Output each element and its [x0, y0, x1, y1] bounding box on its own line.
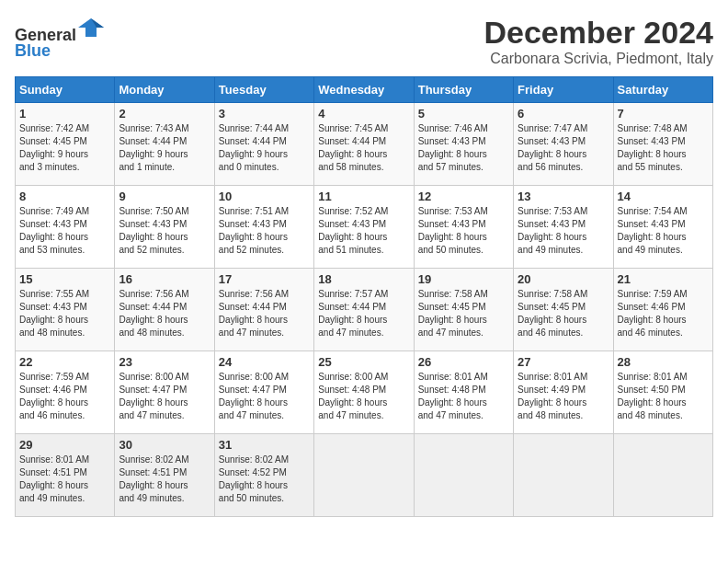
- day-number: 17: [219, 272, 310, 286]
- day-info: Sunrise: 8:01 AM Sunset: 4:49 PM Dayligh…: [518, 371, 609, 422]
- table-row: 6Sunrise: 7:47 AM Sunset: 4:43 PM Daylig…: [514, 103, 613, 186]
- day-number: 3: [219, 107, 310, 121]
- day-number: 28: [618, 355, 709, 369]
- table-row: [514, 434, 613, 517]
- title-area: December 2024 Carbonara Scrivia, Piedmon…: [483, 15, 713, 67]
- logo-bird-icon: [78, 15, 104, 40]
- day-info: Sunrise: 7:56 AM Sunset: 4:44 PM Dayligh…: [119, 288, 210, 339]
- col-monday: Monday: [115, 77, 214, 103]
- day-info: Sunrise: 7:58 AM Sunset: 4:45 PM Dayligh…: [418, 288, 509, 339]
- day-info: Sunrise: 7:46 AM Sunset: 4:43 PM Dayligh…: [418, 122, 509, 174]
- calendar-week-row: 22Sunrise: 7:59 AM Sunset: 4:46 PM Dayli…: [16, 351, 713, 434]
- day-number: 18: [318, 272, 409, 286]
- table-row: 29Sunrise: 8:01 AM Sunset: 4:51 PM Dayli…: [16, 434, 115, 517]
- day-info: Sunrise: 7:53 AM Sunset: 4:43 PM Dayligh…: [518, 205, 609, 257]
- table-row: 31Sunrise: 8:02 AM Sunset: 4:52 PM Dayli…: [214, 434, 313, 517]
- calendar-week-row: 29Sunrise: 8:01 AM Sunset: 4:51 PM Dayli…: [16, 434, 713, 517]
- day-number: 19: [418, 272, 509, 286]
- day-number: 9: [119, 190, 210, 203]
- day-number: 29: [19, 438, 110, 452]
- table-row: 17Sunrise: 7:56 AM Sunset: 4:44 PM Dayli…: [214, 269, 313, 351]
- day-info: Sunrise: 8:01 AM Sunset: 4:48 PM Dayligh…: [418, 371, 509, 422]
- day-info: Sunrise: 7:43 AM Sunset: 4:44 PM Dayligh…: [119, 122, 210, 174]
- table-row: 15Sunrise: 7:55 AM Sunset: 4:43 PM Dayli…: [16, 269, 115, 351]
- table-row: 12Sunrise: 7:53 AM Sunset: 4:43 PM Dayli…: [414, 186, 513, 269]
- col-saturday: Saturday: [613, 77, 712, 103]
- day-info: Sunrise: 8:00 AM Sunset: 4:47 PM Dayligh…: [119, 371, 210, 422]
- table-row: 21Sunrise: 7:59 AM Sunset: 4:46 PM Dayli…: [613, 269, 712, 351]
- day-number: 8: [19, 190, 110, 203]
- day-info: Sunrise: 7:56 AM Sunset: 4:44 PM Dayligh…: [219, 288, 310, 339]
- table-row: [314, 434, 414, 517]
- day-number: 21: [618, 272, 709, 286]
- table-row: 20Sunrise: 7:58 AM Sunset: 4:45 PM Dayli…: [514, 269, 613, 351]
- day-info: Sunrise: 8:02 AM Sunset: 4:51 PM Dayligh…: [119, 454, 210, 505]
- day-info: Sunrise: 7:59 AM Sunset: 4:46 PM Dayligh…: [618, 288, 709, 339]
- day-number: 10: [219, 190, 310, 203]
- table-row: 26Sunrise: 8:01 AM Sunset: 4:48 PM Dayli…: [414, 351, 513, 434]
- table-row: 7Sunrise: 7:48 AM Sunset: 4:43 PM Daylig…: [613, 103, 712, 186]
- table-row: 16Sunrise: 7:56 AM Sunset: 4:44 PM Dayli…: [115, 269, 214, 351]
- col-tuesday: Tuesday: [214, 77, 313, 103]
- table-row: 10Sunrise: 7:51 AM Sunset: 4:43 PM Dayli…: [214, 186, 313, 269]
- calendar-table: Sunday Monday Tuesday Wednesday Thursday…: [15, 76, 713, 517]
- day-info: Sunrise: 8:00 AM Sunset: 4:47 PM Dayligh…: [219, 371, 310, 422]
- table-row: 2Sunrise: 7:43 AM Sunset: 4:44 PM Daylig…: [115, 103, 214, 186]
- calendar-week-row: 15Sunrise: 7:55 AM Sunset: 4:43 PM Dayli…: [16, 269, 713, 351]
- day-info: Sunrise: 7:45 AM Sunset: 4:44 PM Dayligh…: [318, 122, 409, 174]
- day-info: Sunrise: 7:48 AM Sunset: 4:43 PM Dayligh…: [618, 122, 709, 174]
- day-info: Sunrise: 7:50 AM Sunset: 4:43 PM Dayligh…: [119, 205, 210, 257]
- table-row: 18Sunrise: 7:57 AM Sunset: 4:44 PM Dayli…: [314, 269, 414, 351]
- col-sunday: Sunday: [16, 77, 115, 103]
- page-header: General Blue December 2024 Carbonara Scr…: [15, 15, 713, 67]
- table-row: 24Sunrise: 8:00 AM Sunset: 4:47 PM Dayli…: [214, 351, 313, 434]
- table-row: 30Sunrise: 8:02 AM Sunset: 4:51 PM Dayli…: [115, 434, 214, 517]
- table-row: [414, 434, 513, 517]
- day-info: Sunrise: 7:52 AM Sunset: 4:43 PM Dayligh…: [318, 205, 409, 257]
- day-info: Sunrise: 7:44 AM Sunset: 4:44 PM Dayligh…: [219, 122, 310, 174]
- day-info: Sunrise: 7:58 AM Sunset: 4:45 PM Dayligh…: [518, 288, 609, 339]
- day-number: 4: [318, 107, 409, 121]
- day-number: 2: [119, 107, 210, 121]
- table-row: 14Sunrise: 7:54 AM Sunset: 4:43 PM Dayli…: [613, 186, 712, 269]
- day-number: 23: [119, 355, 210, 369]
- day-number: 31: [219, 438, 310, 452]
- logo: General Blue: [15, 15, 104, 61]
- table-row: 13Sunrise: 7:53 AM Sunset: 4:43 PM Dayli…: [514, 186, 613, 269]
- table-row: 4Sunrise: 7:45 AM Sunset: 4:44 PM Daylig…: [314, 103, 414, 186]
- table-row: [613, 434, 712, 517]
- day-number: 13: [518, 190, 609, 203]
- day-number: 12: [418, 190, 509, 203]
- day-info: Sunrise: 7:51 AM Sunset: 4:43 PM Dayligh…: [219, 205, 310, 257]
- day-number: 15: [19, 272, 110, 286]
- col-wednesday: Wednesday: [314, 77, 414, 103]
- day-number: 24: [219, 355, 310, 369]
- day-info: Sunrise: 7:55 AM Sunset: 4:43 PM Dayligh…: [19, 288, 110, 339]
- table-row: 11Sunrise: 7:52 AM Sunset: 4:43 PM Dayli…: [314, 186, 414, 269]
- day-info: Sunrise: 7:47 AM Sunset: 4:43 PM Dayligh…: [518, 122, 609, 174]
- day-number: 22: [19, 355, 110, 369]
- table-row: 27Sunrise: 8:01 AM Sunset: 4:49 PM Dayli…: [514, 351, 613, 434]
- day-number: 27: [518, 355, 609, 369]
- day-number: 25: [318, 355, 409, 369]
- day-number: 6: [518, 107, 609, 121]
- day-number: 1: [19, 107, 110, 121]
- day-info: Sunrise: 7:49 AM Sunset: 4:43 PM Dayligh…: [19, 205, 110, 257]
- table-row: 23Sunrise: 8:00 AM Sunset: 4:47 PM Dayli…: [115, 351, 214, 434]
- day-number: 11: [318, 190, 409, 203]
- table-row: 25Sunrise: 8:00 AM Sunset: 4:48 PM Dayli…: [314, 351, 414, 434]
- day-info: Sunrise: 8:00 AM Sunset: 4:48 PM Dayligh…: [318, 371, 409, 422]
- day-number: 20: [518, 272, 609, 286]
- table-row: 22Sunrise: 7:59 AM Sunset: 4:46 PM Dayli…: [16, 351, 115, 434]
- day-info: Sunrise: 8:01 AM Sunset: 4:50 PM Dayligh…: [618, 371, 709, 422]
- day-number: 7: [618, 107, 709, 121]
- day-number: 14: [618, 190, 709, 203]
- col-thursday: Thursday: [414, 77, 513, 103]
- table-row: 28Sunrise: 8:01 AM Sunset: 4:50 PM Dayli…: [613, 351, 712, 434]
- day-number: 5: [418, 107, 509, 121]
- table-row: 8Sunrise: 7:49 AM Sunset: 4:43 PM Daylig…: [16, 186, 115, 269]
- main-title: December 2024: [483, 15, 713, 51]
- table-row: 5Sunrise: 7:46 AM Sunset: 4:43 PM Daylig…: [414, 103, 513, 186]
- day-info: Sunrise: 8:01 AM Sunset: 4:51 PM Dayligh…: [19, 454, 110, 505]
- day-info: Sunrise: 8:02 AM Sunset: 4:52 PM Dayligh…: [219, 454, 310, 505]
